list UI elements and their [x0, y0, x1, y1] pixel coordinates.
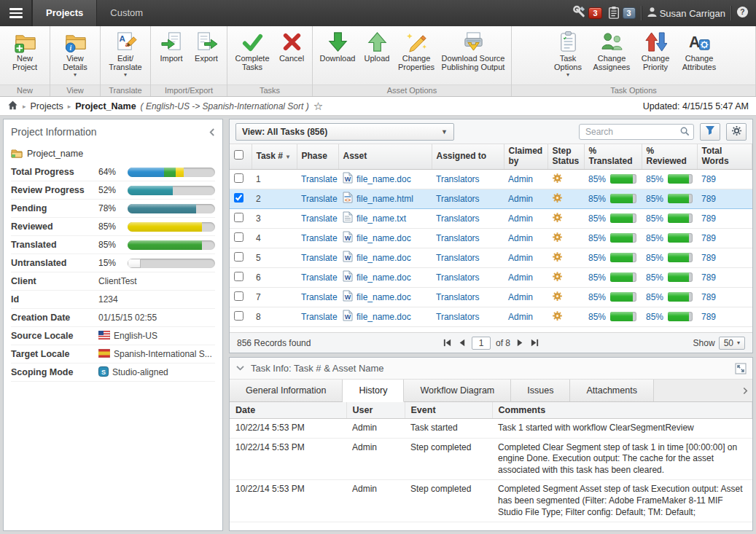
download-source-button[interactable]: Download Source Publishing Output	[439, 28, 507, 73]
assigned-link[interactable]: Translators	[436, 272, 480, 283]
column-phase[interactable]: Phase	[297, 144, 338, 169]
search-icon[interactable]	[679, 126, 690, 139]
collapse-panel-icon[interactable]	[209, 127, 215, 137]
claimed-link[interactable]: Admin	[508, 312, 533, 322]
row-checkbox[interactable]	[234, 272, 243, 281]
tab-custom[interactable]: Custom	[97, 0, 156, 26]
phase-link[interactable]: Translate	[301, 292, 338, 302]
step-status-icon[interactable]	[552, 251, 563, 262]
row-checkbox[interactable]	[234, 311, 243, 321]
assigned-link[interactable]: Translators	[436, 292, 480, 302]
words-link[interactable]: 789	[701, 292, 716, 302]
claimed-link[interactable]: Admin	[508, 194, 533, 204]
column-step-status[interactable]: Step Status	[547, 144, 584, 169]
translated-pct-link[interactable]: 85%	[588, 213, 606, 224]
row-checkbox[interactable]	[234, 193, 243, 203]
words-link[interactable]: 789	[701, 174, 716, 184]
import-button[interactable]: Import	[155, 28, 188, 63]
step-status-icon[interactable]	[552, 192, 563, 203]
help-icon[interactable]: ?	[736, 6, 749, 20]
favorite-star-icon[interactable]: ☆	[313, 100, 323, 113]
current-page-input[interactable]: 1	[472, 337, 491, 350]
words-link[interactable]: 789	[701, 233, 716, 243]
column-asset[interactable]: Asset	[338, 144, 432, 169]
column-translated[interactable]: % Translated	[584, 144, 642, 169]
asset-link[interactable]: file_name.doc	[356, 253, 411, 263]
previous-page-button[interactable]	[457, 338, 467, 348]
column-event[interactable]: Event	[405, 402, 492, 419]
filter-button[interactable]	[700, 123, 720, 141]
reviewed-pct-link[interactable]: 85%	[646, 213, 663, 224]
phase-link[interactable]: Translate	[301, 233, 338, 243]
task-row[interactable]: 4 Translate Wfile_name.doc Translators A…	[230, 228, 752, 248]
reviewed-pct-link[interactable]: 85%	[646, 272, 663, 283]
row-checkbox[interactable]	[234, 291, 243, 301]
search-input[interactable]	[579, 124, 694, 140]
row-checkbox[interactable]	[234, 173, 243, 183]
step-status-icon[interactable]	[552, 232, 563, 243]
collapse-task-info-icon[interactable]	[235, 363, 245, 374]
reviewed-pct-link[interactable]: 85%	[646, 253, 663, 263]
asset-link[interactable]: file_name.txt	[356, 213, 406, 224]
assigned-link[interactable]: Translators	[436, 312, 480, 322]
reviewed-pct-link[interactable]: 85%	[646, 312, 663, 322]
tab-projects[interactable]: Projects	[32, 0, 97, 26]
breadcrumb-projects[interactable]: Projects	[31, 101, 63, 111]
user-menu[interactable]: Susan Carrigan	[647, 7, 725, 20]
translated-pct-link[interactable]: 85%	[588, 312, 606, 322]
menu-icon[interactable]	[0, 0, 32, 26]
words-link[interactable]: 789	[701, 253, 716, 263]
asset-link[interactable]: file_name.html	[356, 194, 413, 204]
assigned-link[interactable]: Translators	[436, 174, 480, 184]
first-page-button[interactable]	[443, 338, 452, 348]
next-page-button[interactable]	[515, 338, 525, 348]
words-link[interactable]: 789	[701, 312, 716, 322]
row-checkbox[interactable]	[234, 213, 243, 222]
tab-scroll-right-icon[interactable]	[739, 380, 752, 401]
view-details-button[interactable]: i View Details ▾	[54, 28, 96, 78]
assigned-link[interactable]: Translators	[436, 253, 480, 263]
step-status-icon[interactable]	[552, 291, 563, 302]
step-status-icon[interactable]	[552, 212, 563, 223]
translated-pct-link[interactable]: 85%	[588, 233, 606, 243]
tab-workflow-diagram[interactable]: Workflow Diagram	[404, 380, 511, 401]
column-date[interactable]: Date	[230, 402, 346, 419]
step-status-icon[interactable]	[552, 310, 563, 321]
change-attributes-button[interactable]: A Change Attributes	[678, 28, 720, 73]
change-assignees-button[interactable]: Change Assignees	[591, 28, 633, 73]
claimed-link[interactable]: Admin	[508, 272, 533, 283]
home-icon[interactable]	[7, 100, 18, 113]
phase-link[interactable]: Translate	[301, 272, 338, 283]
task-options-button[interactable]: Task Options ▾	[547, 28, 589, 78]
task-row[interactable]: 7 Translate Wfile_name.doc Translators A…	[230, 287, 752, 307]
assigned-link[interactable]: Translators	[436, 213, 480, 224]
asset-link[interactable]: file_name.doc	[356, 312, 411, 322]
column-user[interactable]: User	[346, 402, 405, 419]
select-all-checkbox[interactable]	[234, 150, 243, 160]
row-checkbox[interactable]	[234, 232, 243, 242]
reviewed-pct-link[interactable]: 85%	[646, 174, 663, 184]
complete-tasks-button[interactable]: Complete Tasks	[231, 28, 273, 73]
words-link[interactable]: 789	[701, 272, 716, 283]
export-button[interactable]: Export	[190, 28, 223, 63]
task-row[interactable]: 6 Translate Wfile_name.doc Translators A…	[230, 267, 752, 287]
words-link[interactable]: 789	[701, 213, 716, 224]
asset-link[interactable]: file_name.doc	[356, 272, 411, 283]
view-selector[interactable]: View: All Tasks (856) ▼	[235, 123, 454, 141]
download-button[interactable]: Download	[316, 28, 359, 63]
reviewed-pct-link[interactable]: 85%	[646, 194, 663, 204]
project-name[interactable]: Project_name	[27, 149, 83, 159]
assigned-link[interactable]: Translators	[436, 194, 480, 204]
translated-pct-link[interactable]: 85%	[588, 272, 606, 283]
asset-link[interactable]: file_name.doc	[356, 233, 411, 243]
reviewed-pct-link[interactable]: 85%	[646, 292, 663, 302]
task-row[interactable]: 5 Translate Wfile_name.doc Translators A…	[230, 248, 752, 267]
task-list-button[interactable]: 3	[607, 6, 636, 21]
expand-icon[interactable]	[735, 363, 747, 374]
new-project-button[interactable]: New Project	[4, 28, 46, 73]
step-status-icon[interactable]	[552, 173, 563, 184]
column-task[interactable]: Task #▼	[252, 144, 297, 169]
row-checkbox[interactable]	[234, 252, 243, 262]
phase-link[interactable]: Translate	[301, 312, 338, 322]
edit-translate-button[interactable]: Aa Edit/ Translate ▾	[104, 28, 147, 78]
